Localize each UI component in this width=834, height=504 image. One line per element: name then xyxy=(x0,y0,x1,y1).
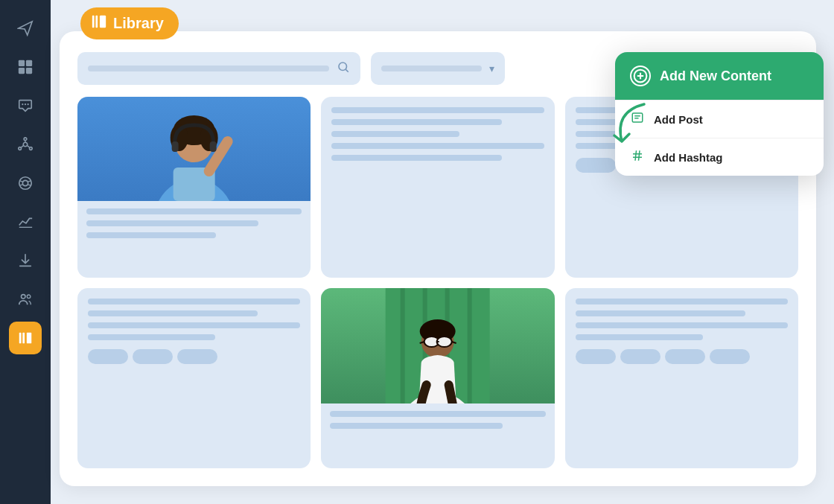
sidebar xyxy=(0,0,51,504)
item-5-body xyxy=(321,403,554,436)
text-line xyxy=(576,299,788,304)
tag-pill xyxy=(665,349,705,364)
svg-point-20 xyxy=(22,295,26,299)
text-line xyxy=(576,322,788,328)
svg-rect-1 xyxy=(26,60,32,66)
svg-point-28 xyxy=(339,63,347,71)
svg-rect-0 xyxy=(19,60,25,66)
tag-pill xyxy=(88,349,128,364)
tag-pill xyxy=(177,349,217,364)
add-hashtag-label: Add Hashtag xyxy=(654,151,723,164)
text-line xyxy=(88,334,215,340)
svg-point-5 xyxy=(25,103,26,105)
svg-rect-43 xyxy=(468,288,472,403)
filter-placeholder xyxy=(381,66,482,71)
add-icon xyxy=(630,66,651,86)
sidebar-item-messages[interactable] xyxy=(9,89,42,122)
library-badge: Library xyxy=(80,7,179,39)
content-item-6[interactable] xyxy=(565,288,798,468)
content-item-2[interactable] xyxy=(321,97,554,278)
svg-point-10 xyxy=(19,147,22,150)
svg-rect-2 xyxy=(19,68,25,74)
app-container: Library ▾ xyxy=(0,0,834,504)
sidebar-item-library[interactable] xyxy=(9,322,42,354)
sidebar-item-users[interactable] xyxy=(9,283,42,316)
tag-pill xyxy=(576,349,616,364)
image-2 xyxy=(321,288,554,403)
text-line xyxy=(88,322,300,328)
text-line xyxy=(86,220,258,226)
search-placeholder xyxy=(88,66,329,71)
svg-line-19 xyxy=(28,185,31,185)
hashtag-icon xyxy=(630,149,645,165)
add-post-button[interactable]: Add Post xyxy=(615,100,824,138)
sidebar-item-network[interactable] xyxy=(9,128,42,161)
svg-point-21 xyxy=(27,295,31,299)
svg-point-9 xyxy=(30,147,33,150)
svg-rect-25 xyxy=(92,16,95,28)
sidebar-item-analytics[interactable] xyxy=(9,205,42,238)
post-icon xyxy=(630,111,645,127)
svg-point-15 xyxy=(22,180,28,185)
svg-line-18 xyxy=(19,185,23,185)
right-section: Library ▾ xyxy=(51,0,834,504)
tag-pill xyxy=(133,349,173,364)
text-line xyxy=(331,119,501,125)
image-1 xyxy=(77,97,311,201)
add-new-content-button[interactable]: Add New Content xyxy=(615,52,824,100)
search-box[interactable] xyxy=(77,52,360,85)
library-label: Library xyxy=(113,15,164,32)
svg-line-16 xyxy=(19,181,23,182)
tag-pill xyxy=(710,349,750,364)
add-post-label: Add Post xyxy=(654,113,703,126)
add-content-label: Add New Content xyxy=(660,68,771,84)
filter-box[interactable]: ▾ xyxy=(371,52,505,85)
svg-rect-24 xyxy=(27,333,31,344)
text-line xyxy=(576,310,745,316)
tags-row xyxy=(576,349,788,364)
library-icon xyxy=(91,13,107,34)
content-item-4[interactable] xyxy=(77,288,311,468)
text-line xyxy=(331,143,544,149)
svg-line-29 xyxy=(346,69,348,71)
svg-point-8 xyxy=(24,138,27,141)
tags-row xyxy=(88,349,300,364)
text-line xyxy=(576,334,703,340)
text-line xyxy=(86,208,302,214)
text-line xyxy=(88,310,258,316)
svg-line-12 xyxy=(27,145,29,147)
svg-point-4 xyxy=(22,103,23,105)
sidebar-item-send[interactable] xyxy=(9,12,42,45)
svg-point-6 xyxy=(28,103,29,105)
sidebar-item-support[interactable] xyxy=(9,167,42,200)
svg-rect-26 xyxy=(95,16,98,28)
text-line xyxy=(331,107,544,113)
sidebar-item-dashboard[interactable] xyxy=(9,51,42,83)
svg-rect-22 xyxy=(19,333,22,344)
text-line xyxy=(330,423,502,429)
content-item-5[interactable] xyxy=(321,288,554,468)
dropdown-menu: Add New Content Add Post Add Hashtag xyxy=(615,52,824,176)
svg-rect-3 xyxy=(26,68,32,74)
svg-rect-37 xyxy=(172,141,179,152)
sidebar-item-download[interactable] xyxy=(9,244,42,277)
text-line xyxy=(330,411,545,417)
content-item-1[interactable] xyxy=(77,97,311,278)
svg-line-13 xyxy=(22,145,24,147)
svg-line-60 xyxy=(635,150,637,161)
tag-pill xyxy=(620,349,660,364)
svg-rect-40 xyxy=(401,288,405,403)
svg-line-17 xyxy=(28,181,31,182)
svg-rect-38 xyxy=(210,141,217,152)
text-line xyxy=(88,299,300,304)
add-hashtag-button[interactable]: Add Hashtag xyxy=(615,138,824,176)
svg-line-61 xyxy=(639,150,640,161)
add-content-popup: Add New Content Add Post Add Hashtag xyxy=(615,52,824,176)
search-icon xyxy=(337,60,350,77)
chevron-down-icon: ▾ xyxy=(489,63,494,74)
text-line xyxy=(331,155,501,161)
svg-rect-23 xyxy=(22,333,25,344)
item-1-body xyxy=(77,201,311,246)
tag-pill xyxy=(576,158,616,173)
text-line xyxy=(86,232,216,238)
